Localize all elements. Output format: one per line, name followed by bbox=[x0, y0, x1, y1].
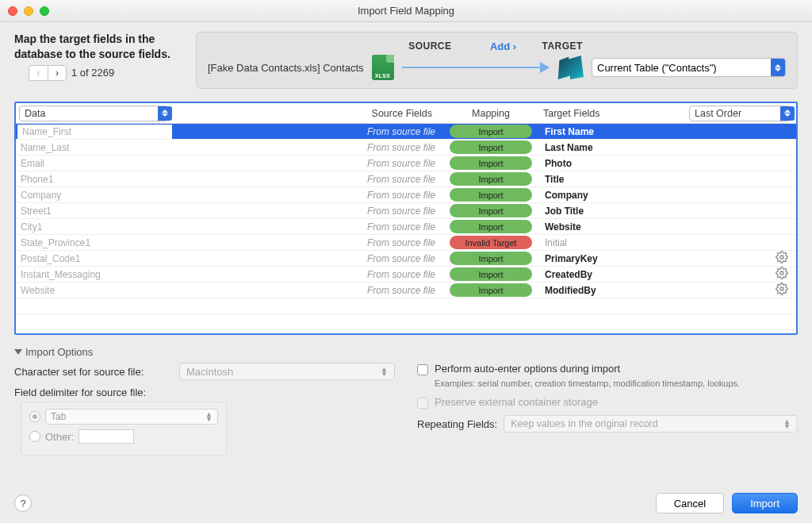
mapping-row[interactable]: Street1From source fileImportJob Title bbox=[16, 203, 796, 219]
charset-label: Character set for source file: bbox=[14, 366, 173, 378]
empty-row bbox=[16, 314, 796, 330]
target-field-cell: Title bbox=[538, 174, 689, 185]
mapping-row[interactable]: City1From source fileImportWebsite bbox=[16, 219, 796, 235]
delimiter-other-radio[interactable] bbox=[29, 431, 40, 442]
svg-point-0 bbox=[780, 256, 783, 259]
from-source-cell: From source file bbox=[170, 269, 443, 280]
gear-icon[interactable] bbox=[776, 267, 788, 282]
preserve-label: Preserve external container storage bbox=[435, 396, 598, 408]
mapping-row[interactable]: Postal_Code1From source fileImportPrimar… bbox=[16, 251, 796, 267]
source-field-cell: City1 bbox=[16, 221, 170, 233]
mapping-table: Data Source Fields Mapping Target Fields… bbox=[14, 102, 798, 335]
record-pager: ‹ › 1 of 2269 bbox=[29, 65, 185, 81]
mapping-pill[interactable]: Import bbox=[450, 267, 532, 281]
chevron-updown-icon: ▲▼ bbox=[381, 367, 388, 376]
mapping-row[interactable]: WebsiteFrom source fileImportModifiedBy bbox=[16, 283, 796, 298]
delimiter-tab-radio[interactable] bbox=[29, 411, 40, 422]
gear-icon[interactable] bbox=[776, 251, 788, 266]
instruction-text: Map the target fields in the database to… bbox=[14, 32, 185, 62]
pager-next-button[interactable]: › bbox=[48, 65, 67, 81]
mapping-pill[interactable]: Import bbox=[450, 172, 532, 186]
target-field-cell: Initial bbox=[538, 237, 689, 248]
xlsx-icon: XLSX bbox=[372, 55, 394, 80]
import-button[interactable]: Import bbox=[732, 493, 798, 513]
from-source-cell: From source file bbox=[170, 158, 443, 169]
mapping-row[interactable]: EmailFrom source fileImportPhoto bbox=[16, 156, 796, 171]
mapping-pill[interactable]: Import bbox=[450, 252, 532, 265]
from-source-cell: From source file bbox=[170, 221, 443, 233]
mapping-pill[interactable]: Invalid Target bbox=[450, 236, 532, 249]
chevron-updown-icon bbox=[771, 59, 785, 76]
autoenter-label: Perform auto-enter options during import bbox=[435, 363, 620, 375]
from-source-cell: From source file bbox=[170, 190, 443, 201]
target-field-cell: CreatedBy bbox=[538, 269, 689, 280]
pager-status: 1 of 2269 bbox=[71, 67, 114, 79]
mapping-row[interactable]: Name_LastFrom source fileImportLast Name bbox=[16, 140, 796, 156]
mapping-row[interactable]: State_Province1From source fileInvalid T… bbox=[16, 235, 796, 251]
mapping-pill[interactable]: Import bbox=[450, 204, 532, 217]
pager-prev-button[interactable]: ‹ bbox=[29, 65, 48, 81]
source-field-cell: State_Province1 bbox=[16, 237, 170, 248]
from-source-cell: From source file bbox=[172, 126, 443, 137]
delimiter-label: Field delimiter for source file: bbox=[14, 386, 395, 398]
source-target-panel: SOURCE Add › TARGET [Fake Data Contacts.… bbox=[196, 32, 798, 89]
source-field-cell: Phone1 bbox=[16, 174, 170, 185]
add-link[interactable]: Add › bbox=[490, 40, 516, 52]
source-field-cell: Name_Last bbox=[16, 142, 170, 153]
filemaker-icon bbox=[557, 56, 584, 79]
source-field-cell: Company bbox=[16, 190, 170, 201]
source-field-cell: Email bbox=[16, 158, 170, 169]
target-field-cell: Photo bbox=[538, 158, 689, 169]
mapping-row[interactable]: Instant_MessagingFrom source fileImportC… bbox=[16, 267, 796, 283]
window-title: Import Field Mapping bbox=[0, 5, 812, 17]
target-field-cell: First Name bbox=[538, 126, 689, 137]
source-file-label: [Fake Data Contacts.xls] Contacts bbox=[208, 62, 364, 74]
repeating-label: Repeating Fields: bbox=[417, 418, 497, 430]
import-options-disclosure[interactable]: Import Options bbox=[14, 346, 812, 358]
mapping-pill[interactable]: Import bbox=[450, 156, 532, 170]
mapping-pill[interactable]: Import bbox=[450, 140, 532, 154]
from-source-cell: From source file bbox=[170, 142, 443, 153]
target-table-select[interactable]: Current Table ("Contacts") bbox=[592, 58, 786, 77]
source-heading: SOURCE bbox=[208, 40, 468, 52]
col-source-fields: Source Fields bbox=[170, 108, 443, 119]
source-field-cell: Name_First bbox=[17, 125, 172, 139]
mapping-row[interactable]: Name_FirstFrom source fileImportFirst Na… bbox=[16, 124, 796, 140]
target-field-cell: Job Title bbox=[538, 206, 689, 217]
source-field-cell: Website bbox=[16, 285, 170, 296]
autoenter-checkbox[interactable] bbox=[417, 364, 428, 375]
from-source-cell: From source file bbox=[170, 285, 443, 296]
mapping-row[interactable]: Phone1From source fileImportTitle bbox=[16, 171, 796, 187]
help-button[interactable]: ? bbox=[14, 494, 32, 512]
delimiter-group: Tab▲▼ Other: bbox=[21, 402, 227, 456]
table-header: Data Source Fields Mapping Target Fields… bbox=[16, 103, 796, 124]
from-source-cell: From source file bbox=[170, 174, 443, 185]
target-field-cell: ModifiedBy bbox=[538, 285, 689, 296]
svg-point-1 bbox=[780, 271, 783, 275]
chevron-updown-icon: ▲▼ bbox=[205, 412, 213, 421]
charset-select[interactable]: Macintosh▲▼ bbox=[179, 363, 395, 380]
target-field-cell: Last Name bbox=[538, 142, 689, 153]
mapping-pill[interactable]: Import bbox=[450, 220, 532, 233]
dialog-footer: ? Cancel Import bbox=[0, 493, 812, 513]
from-source-cell: From source file bbox=[170, 206, 443, 217]
cancel-button[interactable]: Cancel bbox=[656, 493, 724, 513]
triangle-down-icon bbox=[14, 349, 22, 355]
preserve-checkbox bbox=[417, 398, 428, 409]
chevron-updown-icon bbox=[780, 106, 795, 121]
delimiter-select[interactable]: Tab▲▼ bbox=[45, 409, 218, 425]
data-view-select[interactable]: Data bbox=[19, 106, 168, 121]
source-field-cell: Street1 bbox=[16, 206, 170, 217]
repeating-select[interactable]: Keep values in the original record▲▼ bbox=[504, 415, 798, 433]
source-field-cell: Instant_Messaging bbox=[16, 269, 170, 280]
gear-icon[interactable] bbox=[776, 283, 788, 298]
delimiter-other-input[interactable] bbox=[79, 429, 134, 444]
chevron-updown-icon: ▲▼ bbox=[783, 419, 791, 429]
mapping-row[interactable]: CompanyFrom source fileImportCompany bbox=[16, 187, 796, 203]
sort-order-select[interactable]: Last Order bbox=[689, 106, 791, 121]
mapping-pill[interactable]: Import bbox=[450, 283, 532, 297]
arrow-icon bbox=[402, 67, 549, 68]
empty-row bbox=[16, 298, 796, 314]
mapping-pill[interactable]: Import bbox=[450, 125, 532, 138]
mapping-pill[interactable]: Import bbox=[450, 188, 532, 202]
